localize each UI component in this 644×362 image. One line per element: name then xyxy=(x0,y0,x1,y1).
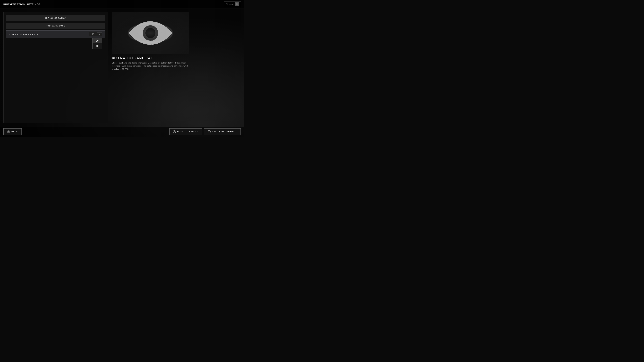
save-button-icon: ≡ xyxy=(208,130,211,133)
right-panel: CINEMATIC FRAME RATE Choose the frame ra… xyxy=(108,12,241,123)
footer-right: ✕ RESET DEFAULTS ≡ SAVE AND CONTINUE xyxy=(169,128,241,135)
hdr-calibration-button[interactable]: HDR CALIBRATION xyxy=(6,15,105,21)
setting-value-wrapper: 30 xyxy=(89,32,102,36)
hud-safe-zone-button[interactable]: HUD SAFE-ZONE xyxy=(6,23,105,29)
dropdown-arrow-icon[interactable] xyxy=(97,32,102,36)
left-panel: HDR CALIBRATION HUD SAFE-ZONE CINEMATIC … xyxy=(3,12,108,123)
main-content: HDR CALIBRATION HUD SAFE-ZONE CINEMATIC … xyxy=(0,9,244,127)
reset-button-icon: ✕ xyxy=(173,130,176,133)
dropdown-option-30[interactable]: 30 xyxy=(92,38,102,43)
page-title: PRESENTATION SETTINGS xyxy=(3,3,41,6)
reset-button-label: RESET DEFAULTS xyxy=(177,131,198,133)
cinematic-frame-rate-label: CINEMATIC FRAME RATE xyxy=(9,33,38,35)
user-avatar-icon xyxy=(235,2,239,6)
save-continue-button[interactable]: ≡ SAVE AND CONTINUE xyxy=(204,128,241,135)
frame-rate-dropdown: 30 60 xyxy=(92,38,102,49)
back-button-icon: B xyxy=(7,130,10,133)
dropdown-option-60[interactable]: 60 xyxy=(92,43,102,49)
eye-preview-icon xyxy=(127,19,174,46)
cinematic-frame-rate-value: 30 xyxy=(89,32,97,36)
info-description: Choose the frame rate during cinematics.… xyxy=(112,61,189,70)
reset-defaults-button[interactable]: ✕ RESET DEFAULTS xyxy=(169,128,202,135)
back-button-label: BACK xyxy=(12,131,18,133)
header: PRESENTATION SETTINGS Vistani xyxy=(0,0,244,9)
user-name: Vistani xyxy=(226,3,234,5)
info-title: CINEMATIC FRAME RATE xyxy=(112,57,241,60)
cinematic-frame-rate-row[interactable]: CINEMATIC FRAME RATE 30 30 60 xyxy=(6,30,105,38)
user-badge: Vistani xyxy=(224,1,241,7)
save-button-label: SAVE AND CONTINUE xyxy=(212,131,237,133)
svg-point-5 xyxy=(129,23,172,43)
preview-image xyxy=(112,12,189,54)
svg-point-0 xyxy=(236,3,238,4)
footer: B BACK ✕ RESET DEFAULTS ≡ SAVE AND CONTI… xyxy=(0,127,244,137)
back-button[interactable]: B BACK xyxy=(3,128,22,135)
footer-left: B BACK xyxy=(3,128,22,135)
